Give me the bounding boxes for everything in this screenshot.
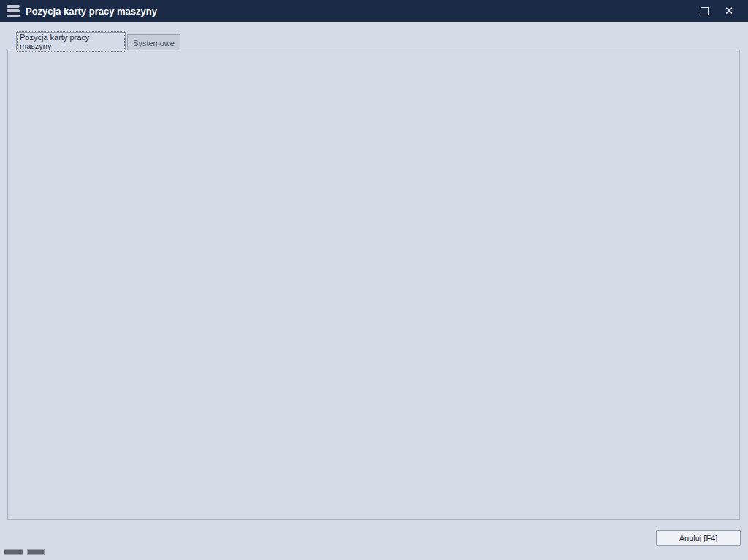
tab-pozycja-karty-pracy-maszyny[interactable]: Pozycja karty pracy maszyny: [16, 32, 126, 50]
panel-grip-marker: [27, 549, 45, 555]
tab-page-panel: [7, 50, 740, 520]
window-title: Pozycja karty pracy maszyny: [26, 6, 157, 17]
dialog-window: Pozycja karty pracy maszyny ✕ Pozycja ka…: [0, 0, 748, 560]
tab-label: Pozycja karty pracy maszyny: [17, 31, 125, 52]
title-bar: Pozycja karty pracy maszyny ✕: [0, 0, 748, 22]
close-button[interactable]: ✕: [714, 0, 744, 22]
cancel-button[interactable]: Anuluj [F4]: [656, 530, 741, 546]
window-menu-icon[interactable]: [7, 5, 20, 17]
maximize-icon: [701, 7, 709, 15]
tab-systemowe[interactable]: Systemowe: [127, 34, 180, 50]
panel-grip-marker: [4, 549, 23, 555]
tab-label: Systemowe: [133, 39, 175, 47]
